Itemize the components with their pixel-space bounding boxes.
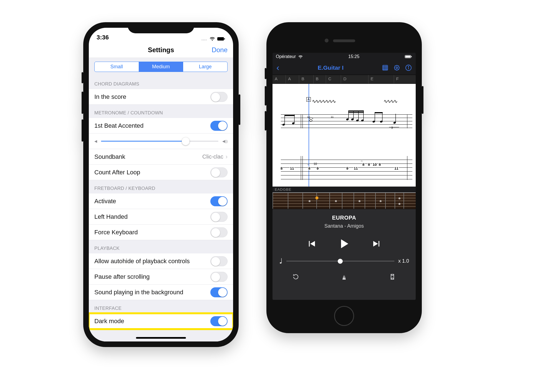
phone-settings: 3:36 Settings Done Small Medium La — [83, 22, 239, 355]
home-indicator — [136, 337, 186, 339]
switch-pause-scroll[interactable] — [210, 272, 228, 282]
svg-marker-49 — [341, 239, 348, 248]
song-title: EUROPA — [332, 215, 356, 221]
tempo-slider[interactable]: ♩ x 1.0 — [279, 257, 409, 265]
segment-large[interactable]: Large — [183, 62, 227, 72]
svg-point-0 — [202, 40, 203, 41]
svg-rect-4 — [217, 37, 224, 41]
status-time: 3:36 — [97, 34, 109, 41]
tab-staff: 8 11 8 ⌢ 9 10 9 11 8 ⌢ 8 10 8 — [281, 156, 412, 179]
svg-rect-8 — [411, 56, 412, 57]
svg-rect-38 — [348, 112, 364, 113]
player-panel: EUROPA Santana - Amigos ♩ x 1.0 — [273, 209, 416, 300]
vibrato-marking: ∿∿∿∿∿∿∿ — [312, 98, 335, 104]
section-marker[interactable]: A — [273, 75, 286, 84]
switch-in-score[interactable] — [210, 92, 228, 102]
row-activate[interactable]: Activate — [89, 194, 233, 209]
status-time: 15:25 — [348, 54, 359, 59]
vibrato-marking: ∿∿∿∿ — [384, 98, 397, 104]
phone-player: Opérateur 15:25 ‹ E.Guitar I — [266, 22, 422, 355]
row-in-the-score[interactable]: In the score — [89, 89, 233, 105]
svg-rect-42 — [382, 113, 382, 122]
carrier-label: Opérateur — [276, 54, 296, 59]
row-1st-beat[interactable]: 1st Beat Accented — [89, 118, 233, 134]
switch-activate[interactable] — [210, 196, 228, 206]
note-icon: ♩ — [279, 257, 282, 265]
svg-rect-25 — [284, 115, 295, 116]
svg-point-1 — [203, 40, 204, 41]
battery-icon — [405, 55, 412, 58]
score-view[interactable]: A ∿∿∿∿∿∿∿ ∿∿∿∿ — [273, 84, 416, 187]
prev-button[interactable] — [308, 240, 316, 248]
switch-force-keyboard[interactable] — [210, 227, 228, 237]
svg-point-17 — [396, 67, 398, 69]
section-bar[interactable]: A A B B C D E F — [273, 75, 416, 84]
svg-point-26 — [309, 120, 312, 122]
settings-list[interactable]: Small Medium Large CHORD DIAGRAMS In the… — [89, 58, 233, 341]
track-title: E.Guitar I — [283, 64, 378, 71]
section-marker[interactable]: E — [369, 75, 394, 84]
play-button[interactable] — [338, 238, 350, 250]
back-button[interactable]: ‹ — [276, 62, 279, 73]
svg-rect-51 — [379, 241, 379, 247]
volume-high-icon: ◀)) — [222, 139, 228, 143]
switch-dark-mode[interactable] — [210, 316, 228, 326]
status-bar: Opérateur 15:25 — [273, 53, 416, 61]
switch-autohide[interactable] — [210, 256, 228, 266]
segment-small[interactable]: Small — [95, 62, 139, 72]
segment-medium[interactable]: Medium — [139, 62, 183, 72]
section-marker[interactable]: C — [326, 75, 341, 84]
fretboard[interactable] — [273, 192, 416, 209]
switch-left-handed[interactable] — [210, 212, 228, 222]
section-marker[interactable]: B — [299, 75, 313, 84]
next-button[interactable] — [372, 240, 380, 248]
svg-rect-53 — [344, 274, 344, 278]
row-force-keyboard[interactable]: Force Keyboard — [89, 225, 233, 240]
info-icon[interactable] — [405, 64, 412, 71]
row-count-after-loop[interactable]: Count After Loop — [89, 165, 233, 180]
metronome-button[interactable] — [340, 273, 348, 280]
song-artist: Santana - Amigos — [324, 223, 364, 229]
mixer-icon[interactable] — [382, 64, 389, 71]
svg-text:10: 10 — [307, 115, 310, 118]
loop-button[interactable] — [292, 273, 299, 280]
svg-rect-37 — [348, 110, 364, 112]
svg-rect-43 — [375, 112, 383, 113]
row-left-handed[interactable]: Left Handed — [89, 209, 233, 225]
cellular-icon — [201, 37, 208, 41]
chevron-right-icon: › — [226, 153, 228, 160]
group-metronome: METRONOME / COUNTDOWN — [89, 105, 233, 118]
countdown-button[interactable] — [389, 273, 396, 280]
group-playback: PLAYBACK — [89, 240, 233, 253]
group-interface: INTERFACE — [89, 300, 233, 313]
svg-rect-40 — [375, 113, 375, 122]
svg-marker-50 — [373, 241, 378, 247]
wifi-icon — [298, 55, 303, 59]
gear-icon[interactable] — [393, 64, 400, 71]
switch-1st-beat[interactable] — [210, 121, 228, 131]
switch-count-after[interactable] — [210, 167, 228, 177]
volume-slider[interactable] — [101, 141, 218, 142]
navbar: ‹ E.Guitar I — [273, 61, 416, 75]
page-title: Settings — [89, 46, 233, 54]
section-marker[interactable]: B — [314, 75, 326, 84]
row-autohide[interactable]: Allow autohide of playback controls — [89, 253, 233, 269]
row-pause-scroll[interactable]: Pause after scrolling — [89, 269, 233, 285]
section-marker[interactable]: A — [286, 75, 299, 84]
svg-text:11: 11 — [331, 115, 334, 118]
row-metronome-volume[interactable]: ◀ ◀)) — [89, 134, 233, 149]
home-button[interactable] — [334, 306, 354, 326]
row-dark-mode[interactable]: Dark mode — [89, 313, 233, 329]
volume-low-icon: ◀ — [94, 139, 97, 143]
group-chord-diagrams: CHORD DIAGRAMS — [89, 76, 233, 89]
switch-bg-sound[interactable] — [210, 287, 228, 297]
music-staff: 10 11 — [281, 114, 412, 128]
finger-marker — [316, 197, 318, 199]
row-soundbank[interactable]: Soundbank Clic-clac › — [89, 149, 233, 165]
row-bg-sound[interactable]: Sound playing in the background — [89, 285, 233, 300]
svg-marker-48 — [310, 241, 315, 247]
section-marker[interactable]: F — [394, 75, 416, 84]
size-segmented-control[interactable]: Small Medium Large — [94, 62, 228, 72]
section-marker[interactable]: D — [341, 75, 368, 84]
tuning-label: EADGBE — [273, 187, 416, 192]
